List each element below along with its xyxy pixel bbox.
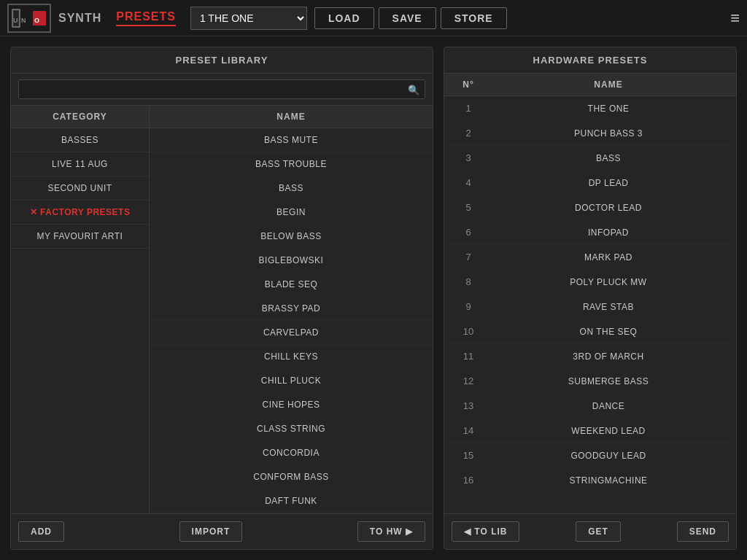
hw-col-name-header: NAME: [487, 74, 730, 96]
nav-presets[interactable]: PRESETS: [116, 10, 176, 26]
hw-row-name: STRINGMACHINE: [487, 469, 730, 492]
arrow-right-icon: ▶: [406, 526, 413, 537]
list-item[interactable]: BRASSY PAD: [150, 297, 433, 321]
category-column: CATEGORY BASSESLIVE 11 AUGSECOND UNIT✕FA…: [11, 106, 150, 513]
hw-row-number: 7: [450, 245, 487, 269]
logo: U N O: [7, 4, 51, 33]
hardware-presets-panel: HARDWARE PRESETS N° NAME 1 THE ONE 2 PUN…: [444, 47, 737, 550]
list-item[interactable]: CHILL KEYS: [150, 345, 433, 369]
svg-text:O: O: [34, 17, 39, 24]
hw-row-number: 15: [450, 443, 487, 467]
name-column: NAME BASS MUTEBASS TROUBLEBASSBEGINBELOW…: [150, 106, 433, 513]
table-row[interactable]: 8 POLY PLUCK MW: [450, 270, 730, 295]
to-lib-button[interactable]: ◀ TO LIB: [452, 521, 519, 542]
hw-row-name: RAVE STAB: [487, 295, 730, 319]
hw-row-name: POLY PLUCK MW: [487, 271, 730, 294]
arrow-left-icon: ◀: [464, 526, 471, 537]
get-button[interactable]: GET: [576, 521, 621, 542]
hw-row-number: 16: [450, 468, 487, 492]
hw-row-name: THE ONE: [487, 97, 730, 120]
hw-row-name: DP LEAD: [487, 171, 730, 195]
category-item[interactable]: ✕FACTORY PRESETS: [11, 201, 149, 225]
to-hw-button[interactable]: TO HW ▶: [357, 521, 425, 542]
store-button[interactable]: STORE: [441, 7, 507, 29]
left-panel-footer: ADD IMPORT TO HW ▶: [11, 513, 433, 549]
name-column-header: NAME: [150, 106, 433, 128]
hw-row-name: GOODGUY LEAD: [487, 444, 730, 467]
preset-library-panel: PRESET LIBRARY 🔍 CATEGORY BASSESLIVE 11 …: [10, 47, 433, 550]
table-row[interactable]: 16 STRINGMACHINE: [450, 468, 730, 493]
category-column-header: CATEGORY: [11, 106, 149, 128]
hw-row-number: 3: [450, 146, 487, 170]
hw-row-number: 11: [450, 344, 487, 368]
list-item[interactable]: BIGLEBOWSKI: [150, 249, 433, 273]
lists-area: CATEGORY BASSESLIVE 11 AUGSECOND UNIT✕FA…: [11, 106, 433, 513]
hw-row-number: 4: [450, 171, 487, 195]
table-row[interactable]: 3 BASS: [450, 146, 730, 171]
list-item[interactable]: BASS TROUBLE: [150, 152, 433, 176]
hardware-presets-title: HARDWARE PRESETS: [444, 47, 736, 74]
table-row[interactable]: 7 MARK PAD: [450, 245, 730, 270]
import-button[interactable]: IMPORT: [179, 521, 243, 542]
nav-synth[interactable]: SYNTH: [58, 12, 101, 25]
list-item[interactable]: CONFORM BASS: [150, 465, 433, 489]
hw-row-name: MARK PAD: [487, 246, 730, 269]
category-item[interactable]: LIVE 11 AUG: [11, 152, 149, 176]
preset-selector[interactable]: 1 THE ONE: [190, 7, 307, 30]
menu-button[interactable]: ≡: [730, 9, 740, 28]
hw-row-number: 6: [450, 220, 487, 244]
list-item[interactable]: BASS: [150, 176, 433, 201]
hw-row-number: 12: [450, 369, 487, 393]
hw-col-n-header: N°: [450, 74, 487, 96]
hw-row-number: 8: [450, 270, 487, 294]
hw-list: 1 THE ONE 2 PUNCH BASS 3 3 BASS 4 DP LEA…: [444, 96, 736, 513]
hw-row-name: DANCE: [487, 394, 730, 418]
name-list: BASS MUTEBASS TROUBLEBASSBEGINBELOW BASS…: [150, 128, 433, 513]
table-row[interactable]: 6 INFOPAD: [450, 220, 730, 245]
hw-row-name: INFOPAD: [487, 221, 730, 244]
list-item[interactable]: DAFT FUNK: [150, 489, 433, 513]
hw-row-number: 14: [450, 419, 487, 443]
table-row[interactable]: 13 DANCE: [450, 394, 730, 419]
table-row[interactable]: 2 PUNCH BASS 3: [450, 121, 730, 146]
list-item[interactable]: CARVELPAD: [150, 321, 433, 345]
table-row[interactable]: 1 THE ONE: [450, 96, 730, 121]
table-row[interactable]: 4 DP LEAD: [450, 171, 730, 195]
list-item[interactable]: BELOW BASS: [150, 225, 433, 249]
list-item[interactable]: BEGIN: [150, 201, 433, 225]
hw-row-name: 3RD OF MARCH: [487, 345, 730, 368]
hw-row-name: SUBMERGE BASS: [487, 370, 730, 393]
svg-text:N: N: [21, 17, 26, 24]
list-item[interactable]: CINE HOPES: [150, 393, 433, 417]
list-item[interactable]: BASS MUTE: [150, 128, 433, 152]
category-item[interactable]: SECOND UNIT: [11, 176, 149, 201]
save-button[interactable]: SAVE: [379, 7, 436, 29]
category-item[interactable]: BASSES: [11, 128, 149, 152]
hw-row-number: 10: [450, 319, 487, 343]
list-item[interactable]: BLADE SEQ: [150, 273, 433, 297]
list-item[interactable]: CLASS STRING: [150, 417, 433, 441]
hw-row-number: 5: [450, 195, 487, 219]
header: U N O SYNTH PRESETS 1 THE ONE LOAD SAVE …: [0, 0, 747, 36]
hw-row-name: BASS: [487, 147, 730, 170]
load-button[interactable]: LOAD: [314, 7, 374, 29]
category-list: BASSESLIVE 11 AUGSECOND UNIT✕FACTORY PRE…: [11, 128, 149, 249]
send-button[interactable]: SEND: [677, 521, 729, 542]
hw-row-number: 9: [450, 295, 487, 319]
list-item[interactable]: CHILL PLUCK: [150, 369, 433, 393]
hw-row-name: WEEKEND LEAD: [487, 419, 730, 443]
table-row[interactable]: 9 RAVE STAB: [450, 295, 730, 319]
add-button[interactable]: ADD: [18, 521, 64, 542]
search-input[interactable]: [18, 79, 425, 99]
list-item[interactable]: CONCORDIA: [150, 441, 433, 465]
table-row[interactable]: 15 GOODGUY LEAD: [450, 443, 730, 468]
category-item[interactable]: MY FAVOURIT ARTI: [11, 225, 149, 249]
hw-row-number: 2: [450, 121, 487, 145]
active-marker: ✕: [30, 207, 38, 217]
table-row[interactable]: 11 3RD OF MARCH: [450, 344, 730, 369]
table-row[interactable]: 12 SUBMERGE BASS: [450, 369, 730, 394]
table-row[interactable]: 10 ON THE SEQ: [450, 319, 730, 344]
table-row[interactable]: 5 DOCTOR LEAD: [450, 195, 730, 220]
table-row[interactable]: 14 WEEKEND LEAD: [450, 419, 730, 443]
search-icon: 🔍: [408, 84, 419, 95]
